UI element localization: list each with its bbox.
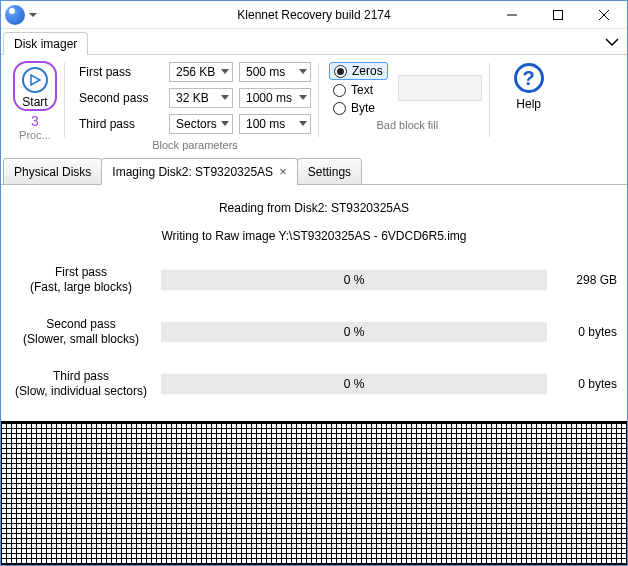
ribbon: Start 3 Proc... First pass 256 KB 500 ms…	[1, 55, 627, 153]
reading-status: Reading from Disk2: ST9320325AS	[11, 201, 617, 215]
tab-settings[interactable]: Settings	[297, 158, 362, 185]
param-row-second-pass: Second pass 32 KB 1000 ms	[79, 87, 311, 109]
fill-radio-zeros[interactable]: Zeros	[329, 62, 388, 80]
radio-icon	[333, 102, 346, 115]
first-pass-size-select[interactable]: 256 KB	[169, 62, 233, 82]
maximize-button[interactable]	[535, 1, 581, 28]
ribbon-group-start: Start 3 Proc...	[5, 59, 65, 153]
third-pass-delay-select[interactable]: 100 ms	[239, 114, 311, 134]
param-row-first-pass: First pass 256 KB 500 ms	[79, 61, 311, 83]
tab-label: Physical Disks	[14, 165, 91, 179]
chevron-down-icon	[299, 69, 307, 74]
document-tabs: Physical Disks Imaging Disk2: ST9320325A…	[1, 157, 627, 185]
ribbon-collapse-icon[interactable]	[605, 35, 619, 51]
second-pass-delay-select[interactable]: 1000 ms	[239, 88, 311, 108]
title-bar: Klennet Recovery build 2174	[1, 1, 627, 29]
radio-icon	[333, 84, 346, 97]
first-pass-delay-select[interactable]: 500 ms	[239, 62, 311, 82]
chevron-down-icon	[221, 95, 229, 100]
tab-label: Settings	[308, 165, 351, 179]
first-pass-size: 298 GB	[557, 273, 617, 287]
param-label: Third pass	[79, 117, 163, 131]
radio-label: Zeros	[352, 64, 383, 78]
third-pass-size-select[interactable]: Sectors	[169, 114, 233, 134]
first-pass-progress: 0 %	[161, 270, 547, 290]
param-label: Second pass	[79, 91, 163, 105]
ribbon-group-bad-block-fill: Zeros Text Byte Bad block fill	[325, 59, 490, 153]
tab-disk-imager[interactable]: Disk imager	[3, 32, 88, 55]
app-icon[interactable]	[5, 5, 25, 25]
chevron-down-icon	[299, 95, 307, 100]
tab-label: Imaging Disk2: ST9320325AS	[112, 165, 273, 179]
pass-row-third: Third pass (Slow, individual sectors) 0 …	[11, 369, 617, 399]
chevron-down-icon	[299, 121, 307, 126]
app-menu-dropdown-icon[interactable]	[29, 13, 37, 17]
fill-radio-text[interactable]: Text	[333, 83, 384, 97]
second-pass-size-select[interactable]: 32 KB	[169, 88, 233, 108]
help-icon[interactable]: ?	[514, 63, 544, 93]
svg-rect-1	[554, 10, 563, 19]
pass-label: Third pass (Slow, individual sectors)	[11, 369, 151, 399]
pass-label: Second pass (Slower, small blocks)	[11, 317, 151, 347]
second-pass-progress: 0 %	[161, 322, 547, 342]
start-button[interactable]: Start	[13, 61, 57, 111]
param-row-third-pass: Third pass Sectors 100 ms	[79, 113, 311, 135]
ribbon-group-help: ? Help	[496, 59, 562, 153]
tab-label: Disk imager	[14, 37, 77, 51]
sector-map[interactable]	[1, 421, 627, 565]
chevron-down-icon	[221, 69, 229, 74]
tab-physical-disks[interactable]: Physical Disks	[3, 158, 102, 185]
content-area: Reading from Disk2: ST9320325AS Writing …	[1, 185, 627, 565]
help-label: Help	[516, 97, 541, 111]
start-button-label: Start	[22, 95, 47, 109]
param-label: First pass	[79, 65, 163, 79]
third-pass-size: 0 bytes	[557, 377, 617, 391]
radio-label: Text	[351, 83, 373, 97]
tab-imaging[interactable]: Imaging Disk2: ST9320325AS ×	[101, 158, 297, 185]
group-title: Bad block fill	[376, 119, 438, 131]
ribbon-group-block-parameters: First pass 256 KB 500 ms Second pass 32 …	[71, 59, 319, 153]
group-title: Block parameters	[152, 139, 238, 151]
pass-row-second: Second pass (Slower, small blocks) 0 % 0…	[11, 317, 617, 347]
second-pass-size: 0 bytes	[557, 325, 617, 339]
minimize-button[interactable]	[489, 1, 535, 28]
fill-radio-byte[interactable]: Byte	[333, 101, 384, 115]
radio-label: Byte	[351, 101, 375, 115]
fill-value-field[interactable]	[398, 75, 482, 101]
writing-status: Writing to Raw image Y:\ST9320325AS - 6V…	[11, 229, 617, 243]
chevron-down-icon	[221, 121, 229, 126]
pass-label: First pass (Fast, large blocks)	[11, 265, 151, 295]
ribbon-tabstrip: Disk imager	[1, 29, 627, 55]
third-pass-progress: 0 %	[161, 374, 547, 394]
close-button[interactable]	[581, 1, 627, 28]
step-number: 3	[31, 113, 39, 129]
radio-icon	[334, 65, 347, 78]
close-icon[interactable]: ×	[279, 164, 287, 179]
pass-row-first: First pass (Fast, large blocks) 0 % 298 …	[11, 265, 617, 295]
step-caption: Proc...	[19, 129, 51, 141]
svg-marker-4	[31, 75, 40, 85]
play-icon	[22, 67, 48, 93]
